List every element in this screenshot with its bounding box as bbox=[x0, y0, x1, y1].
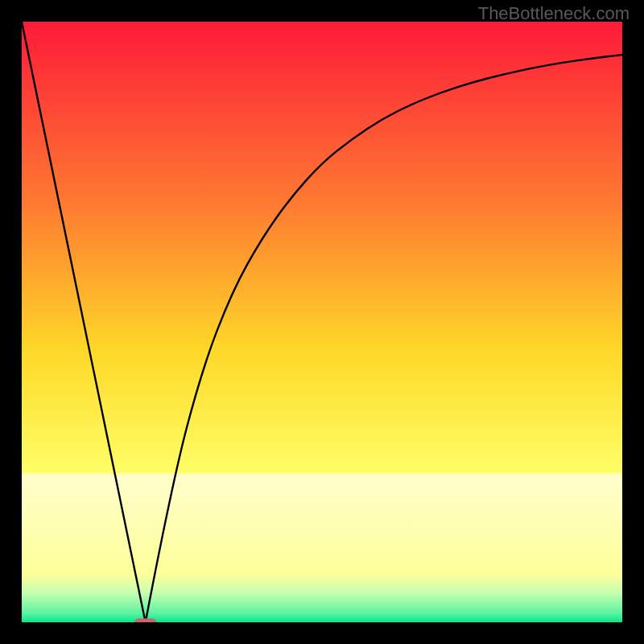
gradient-background bbox=[22, 22, 622, 622]
chart-frame: TheBottleneck.com bbox=[0, 0, 644, 644]
plot-svg bbox=[22, 22, 622, 622]
plot-area bbox=[22, 22, 622, 622]
minimum-marker bbox=[134, 618, 156, 622]
